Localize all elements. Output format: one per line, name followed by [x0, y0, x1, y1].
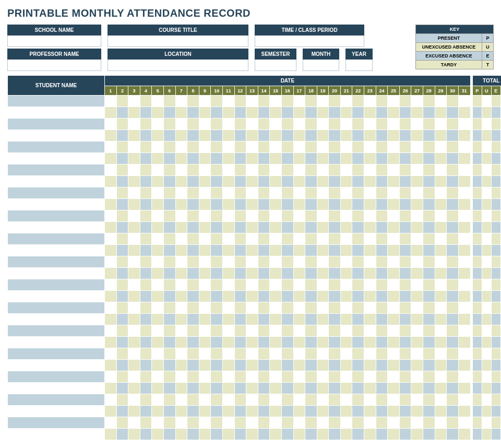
attendance-cell[interactable] [105, 153, 117, 164]
attendance-cell[interactable] [411, 279, 423, 291]
attendance-cell[interactable] [199, 119, 211, 130]
attendance-cell[interactable] [211, 291, 223, 302]
attendance-cell[interactable] [376, 256, 388, 268]
attendance-cell[interactable] [105, 130, 117, 142]
attendance-cell[interactable] [116, 119, 128, 130]
attendance-cell[interactable] [388, 394, 400, 406]
attendance-cell[interactable] [447, 210, 459, 222]
attendance-cell[interactable] [399, 245, 411, 256]
attendance-cell[interactable] [222, 417, 234, 429]
attendance-cell[interactable] [140, 268, 152, 279]
attendance-cell[interactable] [423, 176, 435, 187]
attendance-cell[interactable] [340, 325, 352, 337]
attendance-cell[interactable] [317, 291, 329, 302]
total-cell[interactable] [472, 96, 482, 107]
attendance-cell[interactable] [340, 107, 352, 119]
attendance-cell[interactable] [234, 256, 246, 268]
attendance-cell[interactable] [388, 314, 400, 325]
attendance-cell[interactable] [128, 256, 140, 268]
total-cell[interactable] [491, 417, 500, 429]
attendance-cell[interactable] [281, 256, 293, 268]
attendance-cell[interactable] [376, 199, 388, 210]
attendance-cell[interactable] [435, 164, 447, 176]
total-cell[interactable] [482, 302, 491, 314]
attendance-cell[interactable] [411, 142, 423, 153]
attendance-cell[interactable] [293, 383, 305, 394]
attendance-cell[interactable] [246, 302, 258, 314]
total-cell[interactable] [491, 153, 500, 164]
attendance-cell[interactable] [163, 164, 175, 176]
attendance-cell[interactable] [258, 371, 270, 383]
attendance-cell[interactable] [317, 210, 329, 222]
attendance-cell[interactable] [364, 222, 376, 233]
attendance-cell[interactable] [270, 325, 282, 337]
attendance-cell[interactable] [270, 371, 282, 383]
attendance-cell[interactable] [258, 153, 270, 164]
attendance-cell[interactable] [352, 429, 364, 440]
attendance-cell[interactable] [435, 302, 447, 314]
attendance-cell[interactable] [116, 199, 128, 210]
attendance-cell[interactable] [199, 406, 211, 417]
total-cell[interactable] [482, 164, 491, 176]
attendance-cell[interactable] [270, 406, 282, 417]
attendance-cell[interactable] [175, 119, 187, 130]
attendance-cell[interactable] [270, 199, 282, 210]
attendance-cell[interactable] [388, 164, 400, 176]
attendance-cell[interactable] [340, 394, 352, 406]
total-cell[interactable] [491, 233, 500, 245]
attendance-cell[interactable] [175, 153, 187, 164]
attendance-cell[interactable] [105, 268, 117, 279]
total-cell[interactable] [482, 337, 491, 348]
attendance-cell[interactable] [128, 142, 140, 153]
attendance-cell[interactable] [376, 107, 388, 119]
attendance-cell[interactable] [270, 233, 282, 245]
attendance-cell[interactable] [423, 96, 435, 107]
attendance-cell[interactable] [199, 302, 211, 314]
total-cell[interactable] [482, 187, 491, 199]
attendance-cell[interactable] [399, 187, 411, 199]
attendance-cell[interactable] [340, 337, 352, 348]
attendance-cell[interactable] [352, 119, 364, 130]
attendance-cell[interactable] [258, 291, 270, 302]
attendance-cell[interactable] [399, 96, 411, 107]
total-cell[interactable] [472, 279, 482, 291]
attendance-cell[interactable] [340, 417, 352, 429]
total-cell[interactable] [482, 210, 491, 222]
attendance-cell[interactable] [352, 371, 364, 383]
attendance-cell[interactable] [163, 394, 175, 406]
attendance-cell[interactable] [258, 417, 270, 429]
attendance-cell[interactable] [281, 164, 293, 176]
attendance-cell[interactable] [175, 337, 187, 348]
attendance-cell[interactable] [305, 222, 317, 233]
attendance-cell[interactable] [246, 153, 258, 164]
attendance-cell[interactable] [423, 371, 435, 383]
attendance-cell[interactable] [258, 268, 270, 279]
attendance-cell[interactable] [340, 429, 352, 440]
attendance-cell[interactable] [128, 119, 140, 130]
attendance-cell[interactable] [329, 142, 341, 153]
attendance-cell[interactable] [152, 383, 164, 394]
attendance-cell[interactable] [270, 279, 282, 291]
attendance-cell[interactable] [163, 245, 175, 256]
attendance-cell[interactable] [423, 130, 435, 142]
attendance-cell[interactable] [399, 222, 411, 233]
attendance-cell[interactable] [105, 256, 117, 268]
attendance-cell[interactable] [293, 429, 305, 440]
total-cell[interactable] [482, 256, 491, 268]
attendance-cell[interactable] [128, 233, 140, 245]
attendance-cell[interactable] [258, 130, 270, 142]
attendance-cell[interactable] [211, 199, 223, 210]
attendance-cell[interactable] [175, 406, 187, 417]
attendance-cell[interactable] [116, 302, 128, 314]
attendance-cell[interactable] [305, 153, 317, 164]
attendance-cell[interactable] [199, 291, 211, 302]
attendance-cell[interactable] [246, 199, 258, 210]
student-name-cell[interactable] [8, 314, 105, 325]
attendance-cell[interactable] [281, 279, 293, 291]
attendance-cell[interactable] [411, 164, 423, 176]
attendance-cell[interactable] [305, 348, 317, 360]
attendance-cell[interactable] [175, 187, 187, 199]
attendance-cell[interactable] [199, 314, 211, 325]
attendance-cell[interactable] [105, 245, 117, 256]
attendance-cell[interactable] [376, 142, 388, 153]
